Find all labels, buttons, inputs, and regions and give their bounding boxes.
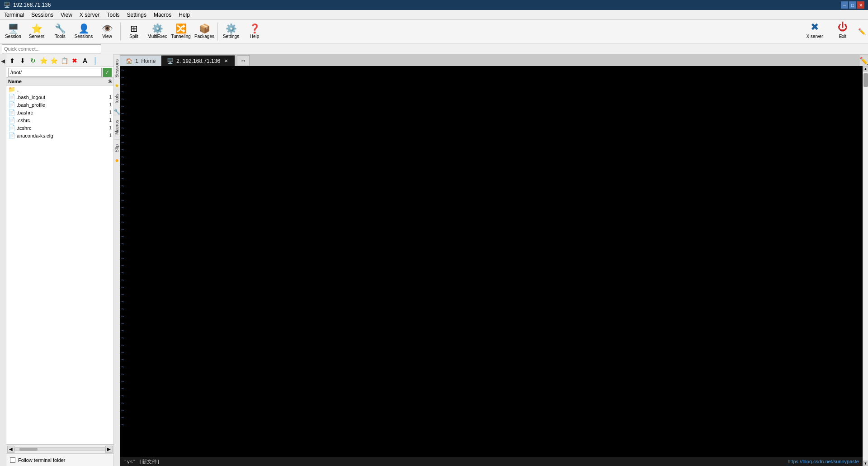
file-item-name: .. (17, 87, 105, 92)
toolbar-edit-icon[interactable]: ✏️ (857, 21, 866, 42)
sftp-copy-button[interactable]: ✖ (70, 56, 80, 66)
tools-red-icon[interactable]: 🔧 (114, 109, 120, 115)
help-icon: ❓ (249, 24, 260, 33)
toolbar-help-label: Help (250, 34, 259, 39)
toolbar-session-button[interactable]: 🖥️ Session (2, 21, 24, 42)
toolbar-packages-label: Packages (194, 34, 214, 39)
toolbar-help-button[interactable]: ❓ Help (243, 21, 266, 42)
file-item-name: .tcshrc (17, 125, 105, 131)
scrollbar-track[interactable] (14, 447, 105, 451)
menu-terminal[interactable]: Terminal (0, 10, 28, 19)
toolbar-settings-button[interactable]: ⚙️ Settings (220, 21, 242, 42)
list-item[interactable]: 📄 .tcshrc 1 (6, 124, 113, 132)
sftp-up-button[interactable]: ⬆ (7, 56, 17, 66)
home-tab-icon: 🏠 (126, 58, 132, 64)
list-item[interactable]: 📄 .bashrc 1 (6, 109, 113, 116)
path-ok-button[interactable]: ✓ (103, 68, 112, 77)
vert-sidebar: Sessions ★ Tools 🔧 Macros Sftp ● (114, 54, 120, 466)
list-item[interactable]: 📄 .bash_logout 1 (6, 93, 113, 101)
sftp-orange-icon[interactable]: ● (114, 157, 120, 163)
terminal-area[interactable]: ~ ~ ~ ~ ~ ~ ~ ~ ~ ~ ~ ~ ~ ~ ~ ~ ~ (120, 66, 863, 466)
tab-close-button[interactable]: ✕ (223, 58, 229, 64)
sidebar-item-macros[interactable]: Macros (114, 115, 120, 139)
sftp-down-button[interactable]: ⬇ (18, 56, 28, 66)
toolbar-tools-label: Tools (55, 34, 65, 39)
sftp-delete-button[interactable]: 📋 (59, 56, 69, 66)
list-item[interactable]: 📄 .bash_profile 1 (6, 101, 113, 109)
tab-arrow-button[interactable]: ↔ (237, 55, 250, 66)
menu-xserver[interactable]: X server (76, 10, 104, 19)
sftp-refresh-button[interactable]: ↻ (28, 56, 38, 66)
right-area: 🏠 1. Home 🖥️ 2. 192.168.71.136 ✕ ↔ ✏️ ~ … (120, 54, 868, 466)
list-item[interactable]: 📄 .cshrc 1 (6, 116, 113, 124)
sidebar-item-sftp[interactable]: Sftp (114, 139, 120, 157)
menu-view[interactable]: View (57, 10, 76, 19)
sftp-bookmark-button[interactable]: ⭐ (49, 56, 59, 66)
follow-bar: Follow terminal folder (6, 453, 113, 466)
list-item[interactable]: 📄 anaconda-ks.cfg 1 (6, 132, 113, 139)
collapse-left-button[interactable]: ◀ (0, 56, 6, 66)
follow-terminal-label: Follow terminal folder (18, 457, 66, 463)
toolbar-exit-label: Exit (839, 34, 847, 39)
file-icon: 📄 (8, 132, 15, 139)
sftp-props-button[interactable]: │ (90, 56, 100, 66)
sftp-rename-button[interactable]: A (80, 56, 90, 66)
toolbar-packages-button[interactable]: 📦 Packages (193, 21, 216, 42)
title-bar-text: 192.168.71.136 (13, 2, 51, 8)
terminal-status-url[interactable]: https://blog.csdn.net/sunnypaste (788, 459, 859, 464)
toolbar-sessions-label: Sessions (75, 34, 93, 39)
scroll-left-arrow[interactable]: ◀ (7, 446, 14, 453)
scroll-track[interactable] (863, 71, 868, 461)
toolbar-sessions-button[interactable]: 👤 Sessions (72, 21, 95, 42)
toolbar-tunneling-button[interactable]: 🔀 Tunneling (170, 21, 192, 42)
sidebar-item-tools[interactable]: Tools (114, 89, 120, 109)
tab-edit-button[interactable]: ✏️ (859, 55, 868, 66)
tabs-bar: 🏠 1. Home 🖥️ 2. 192.168.71.136 ✕ ↔ ✏️ (120, 54, 868, 66)
ssh-tab-icon: 🖥️ (167, 58, 174, 64)
favorites-star-icon[interactable]: ★ (114, 82, 120, 89)
toolbar-right: ✖ X server ⏻ Exit ✏️ (801, 21, 866, 42)
file-tree: 📁 .. 📄 .bash_logout 1 📄 .bash_profile 1 … (6, 86, 113, 444)
close-button[interactable]: ✕ (857, 1, 864, 9)
file-item-name: anaconda-ks.cfg (17, 133, 105, 138)
toolbar-view-button[interactable]: 👁️ View (96, 21, 118, 42)
follow-terminal-checkbox[interactable] (10, 457, 15, 463)
menu-settings[interactable]: Settings (123, 10, 150, 19)
toolbar-servers-button[interactable]: ⭐ Servers (25, 21, 48, 42)
maximize-button[interactable]: □ (849, 1, 856, 9)
toolbar-exit-button[interactable]: ⏻ Exit (829, 21, 856, 42)
home-tab-label: 1. Home (135, 58, 156, 64)
list-item[interactable]: 📁 .. (6, 86, 113, 93)
menu-help[interactable]: Help (175, 10, 193, 19)
toolbar-multiexec-button[interactable]: ⚙️ MultiExec (146, 21, 169, 42)
main-layout: ◀ ⬆ ⬇ ↻ ⭐ ⭐ 📋 ✖ A │ ✓ Name S 📁 (0, 54, 868, 466)
scroll-down-arrow[interactable]: ▼ (863, 461, 868, 466)
view-icon: 👁️ (102, 24, 113, 33)
menu-tools[interactable]: Tools (104, 10, 123, 19)
side-toolbar: ⬆ ⬇ ↻ ⭐ ⭐ 📋 ✖ A │ (6, 54, 113, 67)
menu-macros[interactable]: Macros (150, 10, 175, 19)
scroll-thumb[interactable] (863, 73, 868, 87)
toolbar-settings-label: Settings (223, 34, 239, 39)
scroll-up-arrow[interactable]: ▲ (863, 66, 868, 71)
quick-connect-input[interactable] (2, 44, 101, 53)
tab-ssh[interactable]: 🖥️ 2. 192.168.71.136 ✕ (161, 55, 235, 66)
minimize-button[interactable]: ─ (841, 1, 848, 9)
scroll-right-arrow[interactable]: ▶ (105, 446, 113, 453)
file-item-size: 1 (105, 125, 112, 130)
split-icon: ⊞ (130, 24, 138, 33)
tab-home[interactable]: 🏠 1. Home (120, 55, 161, 66)
multiexec-icon: ⚙️ (152, 24, 163, 33)
toolbar-xserver-button[interactable]: ✖ X server (801, 21, 828, 42)
terminal-container: ~ ~ ~ ~ ~ ~ ~ ~ ~ ~ ~ ~ ~ ~ ~ ~ ~ (120, 66, 868, 466)
path-input[interactable] (8, 68, 102, 77)
menu-sessions[interactable]: Sessions (28, 10, 57, 19)
sidebar-item-sessions[interactable]: Sessions (114, 54, 120, 82)
scrollbar-thumb[interactable] (19, 448, 38, 451)
sftp-newfolder-button[interactable]: ⭐ (38, 56, 48, 66)
toolbar-split-button[interactable]: ⊞ Split (123, 21, 145, 42)
file-item-size: 1 (105, 118, 112, 123)
path-bar: ✓ (6, 67, 113, 78)
toolbar-tools-button[interactable]: 🔧 Tools (49, 21, 71, 42)
file-icon: 📄 (8, 109, 15, 116)
